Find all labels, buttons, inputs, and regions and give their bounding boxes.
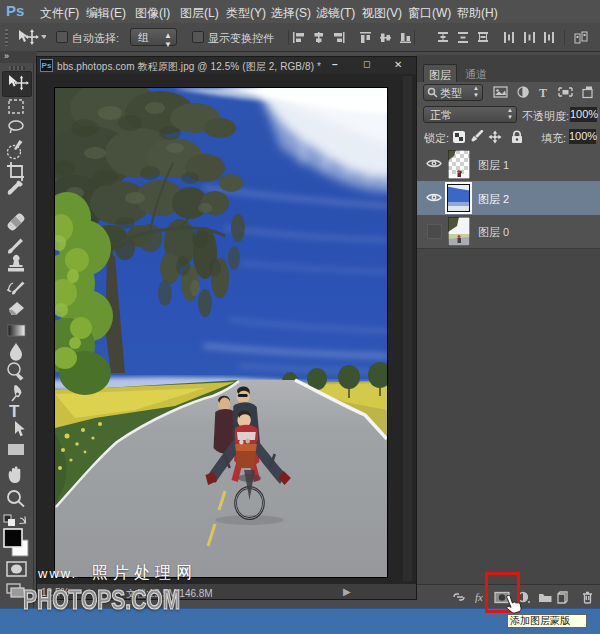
svg-text:T: T: [9, 402, 20, 421]
svg-text:T: T: [539, 86, 547, 100]
svg-text:fx: fx: [475, 591, 483, 603]
